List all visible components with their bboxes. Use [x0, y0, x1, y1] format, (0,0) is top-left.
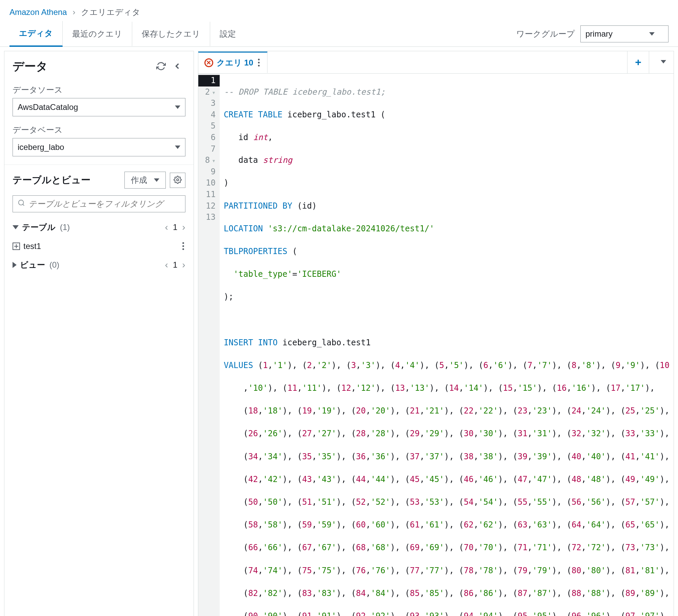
tab-settings[interactable]: 設定: [210, 22, 245, 46]
breadcrumb-service-link[interactable]: Amazon Athena: [9, 7, 67, 17]
tab-saved-queries[interactable]: 保存したクエリ: [132, 22, 210, 46]
datasource-label: データソース: [13, 84, 185, 95]
table-settings-button[interactable]: [170, 173, 185, 188]
expand-table-icon[interactable]: [13, 243, 20, 250]
pager-number: 1: [173, 223, 177, 232]
collapse-sidebar-button[interactable]: [169, 59, 185, 74]
table-menu-button[interactable]: [181, 241, 185, 251]
breadcrumb-separator: ›: [73, 7, 75, 17]
workgroup-label: ワークグループ: [516, 28, 575, 39]
pager-next[interactable]: ›: [182, 260, 185, 270]
tab-recent-queries[interactable]: 最近のクエリ: [63, 22, 132, 46]
expand-icon: [13, 225, 19, 229]
table-filter-input[interactable]: [28, 199, 180, 209]
table-row[interactable]: test1: [4, 237, 194, 255]
database-label: データベース: [13, 124, 185, 135]
tables-label: テーブル: [22, 223, 56, 232]
svg-point-0: [177, 179, 179, 181]
table-name: test1: [23, 242, 178, 251]
views-label: ビュー: [20, 260, 45, 269]
caret-down-icon: [175, 146, 180, 149]
views-tree-header[interactable]: ビュー (0) ‹ 1 ›: [4, 255, 194, 274]
data-sidebar: データ データソース AwsDataCatalog データベース iceberg…: [4, 51, 194, 616]
query-tab-bar: ✕ クエリ 10 +: [198, 51, 674, 73]
svg-point-1: [19, 200, 24, 205]
breadcrumb: Amazon Athena › クエリエディタ: [0, 0, 678, 21]
create-label: 作成: [131, 175, 147, 186]
editor-code[interactable]: -- DROP TABLE iceberg_labo.test1; CREATE…: [220, 74, 674, 616]
table-filter-input-wrapper[interactable]: [13, 195, 185, 212]
main-panel: ✕ クエリ 10 + 1 2▾345678▾910111213 -- DROP …: [198, 51, 674, 616]
sql-editor[interactable]: 1 2▾345678▾910111213 -- DROP TABLE icebe…: [198, 73, 674, 616]
datasource-select[interactable]: AwsDataCatalog: [13, 98, 185, 116]
database-value: iceberg_labo: [18, 142, 64, 152]
new-query-tab-button[interactable]: +: [627, 51, 649, 73]
refresh-button[interactable]: [153, 59, 169, 74]
views-pager: ‹ 1 ›: [165, 260, 185, 270]
expand-icon: [13, 262, 17, 268]
pager-prev[interactable]: ‹: [165, 260, 168, 270]
caret-down-icon: [175, 105, 180, 109]
tables-tree-header[interactable]: テーブル (1) ‹ 1 ›: [4, 218, 194, 237]
workgroup-value: primary: [585, 29, 613, 39]
breadcrumb-page: クエリエディタ: [81, 7, 140, 17]
tables-views-title: テーブルとビュー: [13, 174, 120, 187]
tab-editor[interactable]: エディタ: [9, 21, 63, 47]
query-tab-title: クエリ 10: [217, 57, 253, 68]
svg-line-2: [23, 204, 24, 206]
search-icon: [18, 199, 25, 209]
query-tabs-menu-button[interactable]: [649, 51, 674, 73]
pager-prev[interactable]: ‹: [165, 223, 168, 232]
top-tab-bar: エディタ 最近のクエリ 保存したクエリ 設定 ワークグループ primary: [0, 21, 678, 47]
sidebar-title: データ: [13, 59, 153, 74]
query-tab[interactable]: ✕ クエリ 10: [198, 52, 267, 73]
caret-down-icon: [649, 32, 655, 36]
query-status-error-icon: ✕: [204, 58, 213, 67]
query-tab-menu[interactable]: [257, 57, 261, 68]
datasource-value: AwsDataCatalog: [18, 102, 78, 112]
pager-next[interactable]: ›: [182, 223, 185, 232]
caret-down-icon: [154, 178, 159, 182]
pager-number: 1: [173, 260, 177, 270]
workgroup-select[interactable]: primary: [580, 25, 669, 42]
create-dropdown-button[interactable]: 作成: [124, 172, 166, 189]
tables-count: (1): [60, 223, 70, 232]
tables-pager: ‹ 1 ›: [165, 223, 185, 232]
editor-gutter: 1 2▾345678▾910111213: [198, 74, 220, 616]
database-select[interactable]: iceberg_labo: [13, 138, 185, 156]
views-count: (0): [49, 260, 59, 269]
